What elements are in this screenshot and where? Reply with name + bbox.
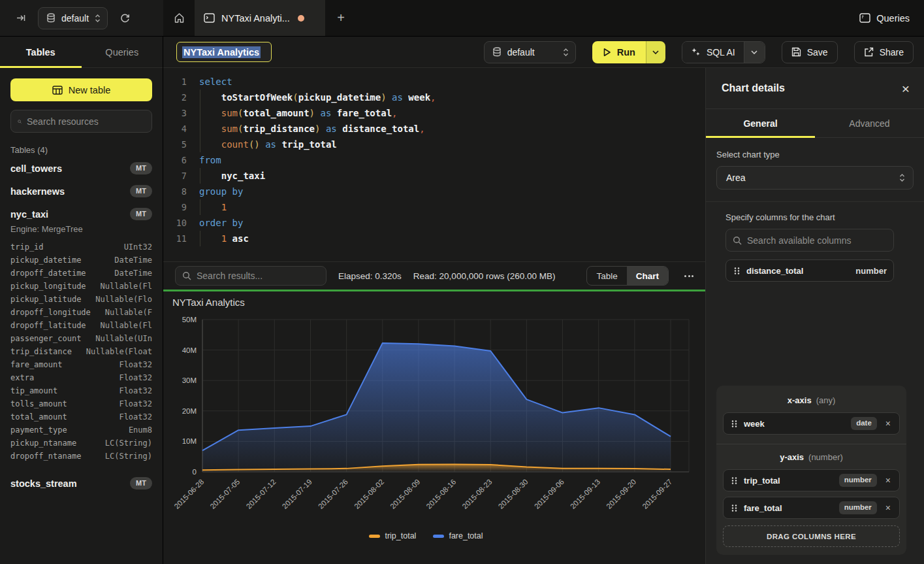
column-chip[interactable]: trip_totalnumber× — [723, 469, 900, 491]
column-chip[interactable]: weekdate× — [723, 412, 900, 435]
table-item[interactable]: nyc_taxiMT — [10, 203, 152, 225]
query-toolbar-actions: default Run SQL AI — [484, 41, 914, 63]
tab-queries[interactable]: Queries — [82, 37, 163, 67]
tab-advanced[interactable]: Advanced — [815, 109, 924, 137]
column-type: Nullable(Flo — [95, 293, 152, 306]
tab-general[interactable]: General — [706, 109, 815, 137]
table-item[interactable]: cell_towersMT — [10, 157, 152, 180]
column-name: pickup_ntaname — [10, 437, 76, 450]
sql-ai-button[interactable]: SQL AI — [682, 42, 744, 63]
read-stat: Read: 20,000,000 rows (260.00 MB) — [413, 271, 556, 281]
sql-ai-button-group: SQL AI — [682, 41, 765, 63]
column-name: total_amount — [10, 410, 67, 423]
sql-editor[interactable]: 1select2 toStartOfWeek(pickup_datetime) … — [163, 68, 705, 261]
elapsed-stat: Elapsed: 0.320s — [338, 271, 402, 281]
remove-icon[interactable]: × — [884, 503, 893, 513]
query-database-selector[interactable]: default — [484, 41, 576, 63]
chip-name: distance_total — [746, 266, 849, 276]
query-title-value: NYTaxi Analytics — [182, 46, 261, 58]
column-name: tolls_amount — [10, 397, 67, 410]
more-options-icon[interactable] — [682, 273, 696, 280]
svg-text:2015-08-30: 2015-08-30 — [497, 478, 530, 510]
column-name: trip_id — [10, 241, 44, 254]
table-item[interactable]: stocks_streamMT — [10, 472, 152, 495]
chevron-down-icon — [751, 50, 757, 54]
column-row: pickup_latitudeNullable(Flo — [10, 293, 152, 306]
column-name: passenger_count — [10, 332, 81, 345]
resource-search[interactable] — [10, 110, 152, 133]
legend-item[interactable]: trip_total — [369, 531, 416, 540]
chart-type-select[interactable]: Area — [716, 166, 914, 190]
column-row: passenger_countNullable(UIn — [10, 332, 152, 345]
column-row: dropoff_longitudeNullable(F — [10, 306, 152, 319]
run-button[interactable]: Run — [592, 41, 646, 63]
view-toggle-table[interactable]: Table — [587, 267, 626, 285]
close-icon[interactable]: × — [902, 82, 910, 95]
column-chip[interactable]: distance_totalnumber — [725, 259, 894, 282]
chart-details-panel: Chart details × General Advanced Select … — [705, 68, 924, 564]
new-table-button[interactable]: New table — [10, 78, 152, 101]
query-tab-label: NYTaxi Analyti... — [221, 13, 290, 24]
column-search[interactable] — [725, 229, 894, 252]
chip-name: trip_total — [744, 476, 833, 486]
drag-handle-icon[interactable] — [731, 476, 737, 485]
sidebar-collapse-icon[interactable] — [12, 9, 30, 27]
run-options-button[interactable] — [646, 41, 665, 63]
engine-badge: MT — [130, 185, 152, 197]
svg-text:2015-08-09: 2015-08-09 — [389, 478, 421, 510]
top-bar-right: Queries — [859, 0, 924, 36]
engine-badge: MT — [130, 208, 152, 220]
remove-icon[interactable]: × — [884, 418, 893, 429]
share-button[interactable]: Share — [854, 41, 914, 63]
drag-handle-icon[interactable] — [731, 504, 737, 512]
remove-icon[interactable]: × — [884, 475, 893, 486]
chip-type: date — [851, 417, 877, 430]
results-chart[interactable]: 010M20M30M40M50M2015-06-282015-07-052015… — [163, 291, 705, 563]
view-toggle-chart[interactable]: Chart — [627, 267, 668, 285]
home-tab[interactable] — [163, 0, 195, 36]
column-name: trip_distance — [10, 345, 72, 358]
columns-label: Specify columns for the chart — [725, 212, 894, 222]
column-row: tip_amountFloat32 — [10, 384, 152, 397]
column-search-input[interactable] — [747, 235, 887, 246]
column-row: trip_distanceNullable(Float — [10, 345, 152, 358]
drag-handle-icon[interactable] — [731, 420, 737, 428]
legend-swatch — [369, 535, 380, 538]
column-name: tip_amount — [10, 384, 57, 397]
tab-tables[interactable]: Tables — [0, 37, 82, 67]
queries-button[interactable]: Queries — [859, 13, 910, 24]
resource-search-input[interactable] — [27, 116, 145, 127]
query-tab[interactable]: NYTaxi Analyti... — [195, 0, 325, 36]
code-line: 11 1 asc — [163, 231, 705, 246]
axis-divider — [716, 444, 906, 444]
column-name: pickup_latitude — [10, 293, 81, 306]
results-toolbar: Elapsed: 0.320s Read: 20,000,000 rows (2… — [163, 261, 705, 290]
database-selector[interactable]: default — [38, 7, 108, 29]
chevron-updown-icon — [95, 14, 101, 23]
column-row: extraFloat32 — [10, 371, 152, 384]
refresh-icon[interactable] — [116, 9, 134, 27]
new-tab-button[interactable]: + — [325, 0, 357, 36]
new-table-button-label: New table — [69, 85, 110, 95]
available-columns: distance_totalnumber — [725, 259, 894, 287]
chip-type: number — [855, 266, 887, 276]
svg-text:30M: 30M — [182, 376, 197, 384]
query-title-input[interactable]: NYTaxi Analytics — [176, 42, 272, 62]
drag-handle-icon[interactable] — [734, 267, 740, 275]
save-button[interactable]: Save — [782, 41, 838, 63]
column-row: dropoff_ntanameLC(String) — [10, 450, 152, 463]
line-number: 8 — [163, 184, 187, 199]
results-search-input[interactable] — [197, 271, 319, 281]
column-name: fare_amount — [10, 358, 62, 371]
svg-text:2015-07-12: 2015-07-12 — [245, 478, 278, 510]
svg-text:2015-08-02: 2015-08-02 — [353, 478, 385, 510]
column-chip[interactable]: fare_totalnumber× — [723, 497, 900, 519]
table-item[interactable]: hackernewsMT — [10, 180, 152, 203]
legend-item[interactable]: fare_total — [433, 531, 483, 540]
drop-zone[interactable]: DRAG COLUMNS HERE — [723, 525, 900, 547]
svg-text:40M: 40M — [182, 346, 197, 354]
results-search[interactable] — [175, 266, 327, 286]
svg-text:20M: 20M — [182, 407, 197, 415]
chip-type: number — [839, 501, 877, 514]
sql-ai-options-button[interactable] — [744, 42, 765, 63]
